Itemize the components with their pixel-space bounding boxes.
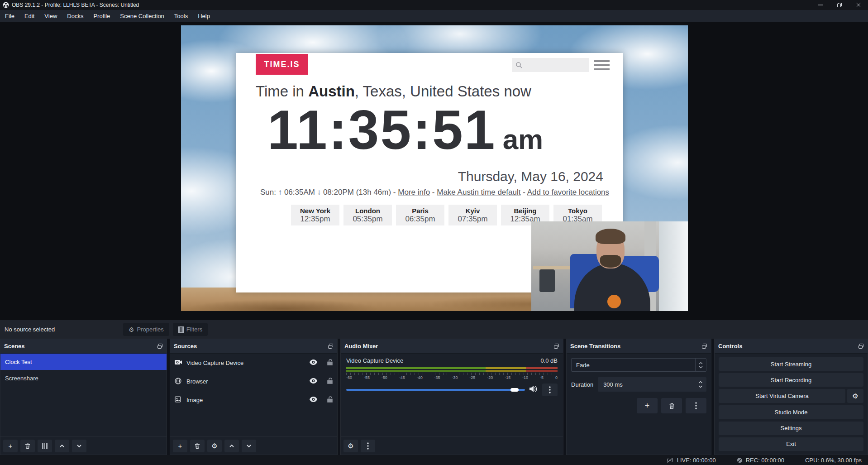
controls-dock: Controls Start Streaming Start Recording…: [714, 339, 868, 455]
sources-dock: Sources Video Capture Device: [170, 339, 338, 455]
timeis-search-box: [512, 58, 589, 72]
scenes-dock-header: Scenes: [0, 339, 167, 354]
audio-mixer-toolbar: ⚙: [341, 436, 563, 455]
obs-logo-icon: [3, 2, 9, 8]
transition-properties-button[interactable]: [686, 398, 706, 413]
popout-icon[interactable]: [328, 343, 334, 349]
move-scene-down-button[interactable]: [72, 440, 86, 452]
controls-body: Start Streaming Start Recording Start Vi…: [715, 354, 868, 455]
preview-background: TIME.IS Time in Austin, Texas, United St…: [0, 22, 868, 320]
hamburger-menu-icon: [594, 60, 610, 70]
add-scene-button[interactable]: +: [3, 440, 18, 452]
volume-slider-handle[interactable]: [510, 388, 519, 392]
webcam-window-light: [659, 221, 688, 311]
source-row-browser[interactable]: Browser: [170, 372, 337, 391]
transition-select[interactable]: Fade: [571, 358, 706, 372]
volume-slider[interactable]: [346, 386, 525, 393]
remove-scene-button[interactable]: [20, 440, 35, 452]
popout-icon[interactable]: [701, 343, 707, 349]
add-transition-button[interactable]: +: [637, 398, 658, 413]
remove-source-button[interactable]: [190, 440, 205, 452]
settings-button[interactable]: Settings: [719, 422, 863, 435]
chevron-down-icon: [698, 385, 703, 388]
audio-mixer-body: Video Capture Device 0.0 dB -60-55-50-45…: [341, 354, 563, 436]
duration-spinbox[interactable]: 300 ms: [598, 377, 706, 392]
menu-profile[interactable]: Profile: [88, 10, 115, 22]
scenes-dock: Scenes Clock Test Screenshare +: [0, 339, 167, 455]
chevron-down-icon: [699, 366, 703, 369]
clock-display: 11:35:51 am: [267, 98, 543, 162]
virtual-camera-config-button[interactable]: ⚙: [847, 389, 863, 403]
move-scene-up-button[interactable]: [55, 440, 69, 452]
arrow-up-icon: [229, 443, 234, 449]
image-icon: [175, 396, 186, 404]
source-row-image[interactable]: Image: [170, 391, 337, 409]
visibility-eye-icon[interactable]: [310, 397, 317, 403]
live-status: LIVE: 00:00:00: [666, 457, 716, 464]
filters-button[interactable]: Filters: [173, 323, 208, 336]
webcam-shirt-graphic: [607, 295, 621, 308]
menu-view[interactable]: View: [39, 10, 62, 22]
studio-mode-button[interactable]: Studio Mode: [719, 405, 863, 419]
speaker-icon[interactable]: [529, 385, 538, 394]
minimize-button[interactable]: [811, 0, 830, 10]
close-button[interactable]: [849, 0, 868, 10]
kebab-icon: [367, 442, 369, 450]
visibility-eye-icon[interactable]: [310, 378, 317, 385]
menu-tools[interactable]: Tools: [169, 10, 193, 22]
mixer-channel-menu-button[interactable]: [542, 384, 558, 396]
lock-icon[interactable]: [327, 396, 333, 404]
visibility-eye-icon[interactable]: [310, 360, 317, 366]
menu-edit[interactable]: Edit: [19, 10, 39, 22]
window-title: OBS 29.1.2 - Profile: LLHLS BETA - Scene…: [12, 2, 139, 8]
popout-icon[interactable]: [553, 343, 559, 349]
trash-icon: [24, 443, 31, 449]
sun-info-line: Sun: ↑ 06:35AM ↓ 08:20PM (13h 46m) - Mor…: [260, 188, 609, 197]
scene-item-screenshare[interactable]: Screenshare: [0, 370, 167, 386]
source-row-video-capture[interactable]: Video Capture Device: [170, 354, 337, 372]
stream-inactive-icon: [666, 457, 674, 463]
start-virtual-camera-button[interactable]: Start Virtual Camera: [719, 389, 845, 403]
obs-window: OBS 29.1.2 - Profile: LLHLS BETA - Scene…: [0, 0, 868, 465]
date-display: Thursday, May 16, 2024: [458, 169, 603, 184]
globe-icon: [175, 378, 186, 386]
menu-scene-collection[interactable]: Scene Collection: [115, 10, 169, 22]
controls-dock-header: Controls: [715, 339, 868, 354]
sources-toolbar: + ⚙: [170, 436, 337, 455]
city-card: Paris06:35pm: [396, 205, 444, 225]
menu-file[interactable]: File: [0, 10, 19, 22]
add-source-button[interactable]: +: [173, 440, 187, 452]
scene-transitions-body: Fade Duration 300 ms: [567, 354, 711, 455]
restore-button[interactable]: [830, 0, 849, 10]
scene-filters-button[interactable]: [38, 440, 52, 452]
start-streaming-button[interactable]: Start Streaming: [719, 357, 863, 371]
dock-area: Scenes Clock Test Screenshare +: [0, 339, 868, 455]
timeis-logo: TIME.IS: [256, 54, 308, 75]
arrow-up-icon: [59, 443, 65, 449]
move-source-down-button[interactable]: [242, 440, 256, 452]
source-properties-button[interactable]: ⚙: [207, 440, 222, 452]
webcam-table: [533, 266, 573, 269]
move-source-up-button[interactable]: [224, 440, 239, 452]
menu-docks[interactable]: Docks: [62, 10, 88, 22]
remove-transition-button[interactable]: [661, 398, 682, 413]
popout-icon[interactable]: [157, 343, 163, 349]
chevron-up-icon: [699, 362, 703, 364]
cpu-fps-stats: CPU: 0.6%, 30.00 fps: [805, 457, 862, 464]
properties-button[interactable]: ⚙ Properties: [123, 323, 169, 336]
scenes-list: Clock Test Screenshare: [0, 354, 167, 436]
transition-select-arrows: [695, 359, 706, 371]
advanced-audio-button[interactable]: ⚙: [343, 440, 358, 452]
mixer-menu-button[interactable]: [361, 440, 375, 452]
exit-button[interactable]: Exit: [719, 437, 863, 451]
start-recording-button[interactable]: Start Recording: [719, 373, 863, 387]
lock-icon[interactable]: [327, 359, 333, 367]
preview-canvas[interactable]: TIME.IS Time in Austin, Texas, United St…: [181, 25, 688, 311]
duration-spin-arrows[interactable]: [695, 381, 706, 388]
webcam-person-hair: [596, 229, 625, 244]
popout-icon[interactable]: [858, 343, 864, 349]
menu-help[interactable]: Help: [193, 10, 215, 22]
gear-icon: ⚙: [129, 326, 134, 333]
scene-item-clock-test[interactable]: Clock Test: [0, 354, 167, 370]
lock-icon[interactable]: [327, 378, 333, 385]
